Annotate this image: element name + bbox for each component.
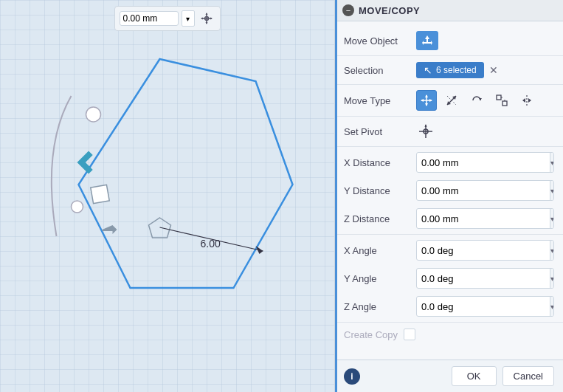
svg-point-12 [86, 107, 101, 122]
selection-row: Selection ↖ 6 selected ✕ [335, 58, 563, 83]
panel-footer: i OK Cancel [335, 360, 563, 392]
z-angle-row: Z Angle ▾ [335, 292, 563, 320]
y-distance-input[interactable] [417, 183, 550, 199]
selection-badge[interactable]: ↖ 6 selected [416, 62, 484, 78]
canvas-area: ▾ 6.00 [0, 0, 334, 392]
move-type-row: Move Type [335, 86, 563, 114]
svg-text:6.00: 6.00 [201, 238, 221, 250]
svg-marker-21 [425, 103, 428, 106]
selection-label: Selection [344, 65, 410, 76]
y-angle-row: Y Angle ▾ [335, 264, 563, 292]
z-angle-input-wrap: ▾ [416, 296, 554, 317]
y-distance-input-wrap: ▾ [416, 180, 554, 201]
svg-marker-7 [79, 59, 293, 288]
selection-count: 6 selected [436, 65, 477, 75]
move-object-label: Move Object [344, 35, 410, 47]
x-distance-label: X Distance [344, 157, 410, 168]
y-angle-input-wrap: ▾ [416, 268, 554, 289]
info-button[interactable]: i [344, 368, 360, 385]
z-distance-label: Z Distance [344, 213, 410, 224]
svg-marker-33 [522, 98, 525, 103]
svg-marker-5 [201, 18, 203, 20]
svg-marker-3 [205, 13, 207, 15]
set-pivot-value [416, 122, 554, 141]
toolbar-move-icon[interactable] [198, 10, 215, 27]
create-copy-checkbox[interactable] [404, 329, 415, 340]
svg-rect-28 [497, 95, 501, 100]
y-angle-label: Y Angle [344, 273, 410, 284]
panel-collapse-icon[interactable]: − [342, 4, 354, 16]
svg-marker-16 [103, 225, 117, 234]
z-distance-dropdown[interactable]: ▾ [550, 209, 554, 228]
move-type-label: Move Type [344, 95, 410, 106]
svg-rect-29 [502, 101, 507, 106]
canvas-svg: 6.00 [0, 0, 334, 392]
move-type-value [416, 90, 554, 111]
x-angle-label: X Angle [344, 245, 410, 256]
set-pivot-label: Set Pivot [344, 126, 410, 137]
svg-marker-6 [210, 18, 213, 20]
svg-marker-23 [429, 99, 432, 102]
svg-rect-14 [91, 185, 109, 203]
top-toolbar: ▾ [114, 6, 221, 31]
svg-marker-27 [479, 98, 482, 100]
create-copy-row: Create Copy [335, 324, 563, 345]
y-distance-row: Y Distance ▾ [335, 176, 563, 204]
panel-content: Move Object Selection ↖ 6 selected ✕ [335, 21, 563, 360]
z-distance-input-wrap: ▾ [416, 208, 554, 229]
y-angle-input[interactable] [417, 271, 550, 286]
move-type-mirror[interactable] [517, 90, 537, 111]
toolbar-distance-input[interactable] [120, 11, 179, 26]
y-distance-dropdown[interactable]: ▾ [550, 181, 554, 200]
svg-marker-13 [77, 151, 100, 173]
x-distance-dropdown[interactable]: ▾ [550, 153, 554, 172]
footer-buttons: OK Cancel [452, 366, 554, 386]
y-angle-dropdown[interactable]: ▾ [550, 269, 554, 288]
move-type-along-path[interactable] [441, 90, 462, 111]
selection-clear-button[interactable]: ✕ [487, 63, 500, 77]
z-distance-row: Z Distance ▾ [335, 204, 563, 233]
set-pivot-row: Set Pivot [335, 118, 563, 145]
toolbar-dropdown[interactable]: ▾ [182, 10, 195, 27]
svg-marker-4 [205, 22, 207, 24]
svg-marker-38 [425, 124, 427, 127]
move-object-row: Move Object [335, 27, 563, 54]
move-type-icons [416, 90, 537, 111]
create-copy-label: Create Copy [344, 329, 398, 340]
x-distance-input-wrap: ▾ [416, 152, 554, 173]
x-distance-input[interactable] [417, 155, 550, 171]
cancel-button[interactable]: Cancel [502, 366, 554, 386]
x-angle-input-wrap: ▾ [416, 240, 554, 261]
move-object-value [416, 31, 554, 50]
x-distance-row: X Distance ▾ [335, 148, 563, 176]
x-angle-dropdown[interactable]: ▾ [550, 241, 554, 260]
set-pivot-button[interactable] [416, 122, 435, 141]
selection-value: ↖ 6 selected ✕ [416, 62, 554, 78]
svg-marker-34 [528, 98, 531, 103]
panel-header: − MOVE/COPY [335, 0, 563, 21]
move-copy-panel: − MOVE/COPY Move Object Selection [334, 0, 563, 392]
move-type-rotate[interactable] [466, 90, 487, 111]
svg-point-15 [72, 201, 83, 213]
z-angle-input[interactable] [417, 299, 550, 314]
move-type-scale[interactable] [491, 90, 512, 111]
panel-accent [335, 0, 337, 392]
ok-button[interactable]: OK [452, 366, 497, 386]
move-object-button[interactable] [416, 31, 438, 50]
svg-marker-22 [421, 99, 424, 102]
y-distance-label: Y Distance [344, 185, 410, 196]
x-angle-row: X Angle ▾ [335, 236, 563, 264]
cursor-icon: ↖ [424, 64, 432, 76]
z-angle-dropdown[interactable]: ▾ [550, 297, 554, 316]
z-distance-input[interactable] [417, 211, 550, 227]
x-angle-input[interactable] [417, 243, 550, 258]
svg-marker-20 [425, 94, 428, 97]
z-angle-label: Z Angle [344, 301, 410, 312]
move-type-translate[interactable] [416, 90, 437, 111]
svg-marker-17 [422, 35, 432, 45]
panel-title: MOVE/COPY [359, 5, 420, 16]
